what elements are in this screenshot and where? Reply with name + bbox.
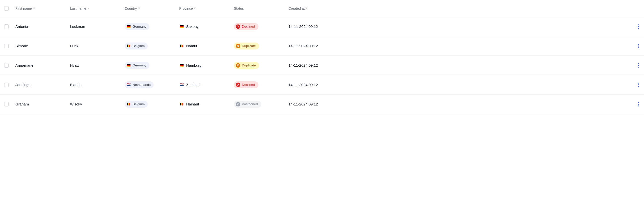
cell-actions[interactable]: [634, 81, 644, 89]
col-header-first-name[interactable]: First name ∨: [13, 7, 68, 11]
select-all-checkbox[interactable]: [4, 6, 9, 11]
cell-first-name: Annamarie: [13, 63, 68, 67]
row-more-button[interactable]: [636, 81, 640, 89]
status-badge: ✕Declined: [234, 23, 258, 30]
row-checkbox-cell[interactable]: [0, 63, 13, 68]
row-checkbox-cell[interactable]: [0, 83, 13, 87]
cell-status: ✕Declined: [232, 81, 286, 88]
col-header-country[interactable]: Country ∨: [122, 7, 177, 11]
province-value: 🇩🇪 Saxony: [179, 24, 198, 29]
cell-last-name: Blanda: [68, 83, 122, 87]
row-more-button[interactable]: [636, 42, 640, 50]
status-label: Duplicate: [242, 63, 256, 67]
col-sort-first-name-icon: ∨: [33, 7, 35, 10]
province-name: Zeeland: [186, 83, 200, 87]
col-label-last-name: Last name: [70, 7, 86, 11]
table-row: Antonia Lockman 🇩🇪 Germany 🇩🇪 Saxony ✕De…: [0, 17, 644, 36]
created-at-value: 14-11-2024 09:12: [288, 83, 318, 87]
cell-last-name: Wisoky: [68, 102, 122, 106]
more-dots-icon: [638, 44, 639, 48]
col-sort-created-at-icon: ∨: [306, 7, 308, 10]
data-table: First name ∨ Last name ∨ Country ∨ Provi…: [0, 0, 644, 114]
status-badge: ✕Declined: [234, 81, 258, 88]
col-label-created-at: Created at: [288, 7, 304, 11]
province-name: Hamburg: [186, 63, 202, 67]
table-row: Graham Wisoky 🇧🇪 Belgium 🇧🇪 Hainaut ◷Pos…: [0, 95, 644, 114]
col-header-created-at[interactable]: Created at ∨: [286, 7, 634, 11]
row-more-button[interactable]: [636, 100, 640, 108]
status-duplicate-icon: ⧉: [236, 44, 240, 48]
table-row: Simone Funk 🇧🇪 Belgium 🇧🇪 Namur ⧉Duplica…: [0, 36, 644, 56]
col-header-status: Status: [232, 7, 286, 11]
cell-first-name: Jennings: [13, 83, 68, 87]
row-checkbox-cell[interactable]: [0, 102, 13, 106]
province-flag-icon: 🇳🇱: [179, 82, 184, 87]
status-postponed-icon: ◷: [236, 102, 240, 106]
table-header: First name ∨ Last name ∨ Country ∨ Provi…: [0, 0, 644, 17]
first-name-value: Jennings: [16, 83, 30, 87]
more-dots-icon: [638, 83, 639, 87]
status-declined-icon: ✕: [236, 83, 240, 87]
row-more-button[interactable]: [636, 61, 640, 69]
last-name-value: Funk: [70, 44, 78, 48]
cell-first-name: Graham: [13, 102, 68, 106]
cell-actions[interactable]: [634, 61, 644, 69]
table-row: Jennings Blanda 🇳🇱 Netherlands 🇳🇱 Zeelan…: [0, 75, 644, 95]
province-flag-icon: 🇧🇪: [179, 102, 184, 107]
cell-status: ⧉Duplicate: [232, 43, 286, 50]
status-label: Duplicate: [242, 44, 256, 48]
province-value: 🇳🇱 Zeeland: [179, 82, 200, 87]
cell-last-name: Funk: [68, 44, 122, 48]
row-checkbox-0[interactable]: [4, 24, 9, 29]
row-checkbox-2[interactable]: [4, 63, 9, 68]
status-label: Declined: [242, 25, 255, 28]
country-flag-icon: 🇩🇪: [126, 63, 131, 68]
cell-created-at: 14-11-2024 09:12: [286, 44, 634, 48]
created-at-value: 14-11-2024 09:12: [288, 44, 318, 48]
province-flag-icon: 🇩🇪: [179, 63, 184, 68]
col-sort-province-icon: ∨: [194, 7, 196, 10]
country-name: Germany: [132, 63, 146, 67]
row-checkbox-4[interactable]: [4, 102, 9, 106]
cell-status: ✕Declined: [232, 23, 286, 30]
cell-province: 🇳🇱 Zeeland: [177, 82, 232, 87]
cell-actions[interactable]: [634, 23, 644, 31]
status-duplicate-icon: ⧉: [236, 63, 240, 68]
first-name-value: Annamarie: [16, 63, 34, 67]
cell-province: 🇩🇪 Hamburg: [177, 63, 232, 68]
country-name: Netherlands: [132, 83, 151, 87]
cell-created-at: 14-11-2024 09:12: [286, 83, 634, 87]
table-body: Antonia Lockman 🇩🇪 Germany 🇩🇪 Saxony ✕De…: [0, 17, 644, 114]
col-label-first-name: First name: [16, 7, 32, 11]
status-label: Declined: [242, 83, 255, 87]
row-checkbox-cell[interactable]: [0, 44, 13, 48]
cell-country: 🇩🇪 Germany: [122, 62, 177, 69]
cell-first-name: Simone: [13, 44, 68, 48]
country-flag-icon: 🇧🇪: [126, 44, 131, 49]
cell-country: 🇳🇱 Netherlands: [122, 81, 177, 88]
first-name-value: Simone: [16, 44, 28, 48]
row-checkbox-1[interactable]: [4, 44, 9, 48]
cell-created-at: 14-11-2024 09:12: [286, 102, 634, 106]
table-row: Annamarie Hyatt 🇩🇪 Germany 🇩🇪 Hamburg ⧉D…: [0, 56, 644, 75]
row-checkbox-3[interactable]: [4, 83, 9, 87]
col-header-province[interactable]: Province ∨: [177, 7, 232, 11]
cell-status: ◷Postponed: [232, 101, 286, 108]
cell-province: 🇧🇪 Namur: [177, 44, 232, 49]
row-more-button[interactable]: [636, 23, 640, 31]
last-name-value: Hyatt: [70, 63, 79, 67]
status-badge: ⧉Duplicate: [234, 62, 259, 69]
created-at-value: 14-11-2024 09:12: [288, 102, 318, 106]
more-dots-icon: [638, 63, 639, 68]
col-header-last-name[interactable]: Last name ∨: [68, 7, 122, 11]
last-name-value: Wisoky: [70, 102, 82, 106]
cell-actions[interactable]: [634, 42, 644, 50]
header-checkbox-cell[interactable]: [0, 6, 13, 11]
created-at-value: 14-11-2024 09:12: [288, 63, 318, 67]
country-name: Germany: [132, 25, 146, 28]
cell-country: 🇩🇪 Germany: [122, 23, 177, 30]
cell-actions[interactable]: [634, 100, 644, 108]
province-name: Saxony: [186, 24, 198, 29]
cell-country: 🇧🇪 Belgium: [122, 43, 177, 50]
row-checkbox-cell[interactable]: [0, 24, 13, 29]
